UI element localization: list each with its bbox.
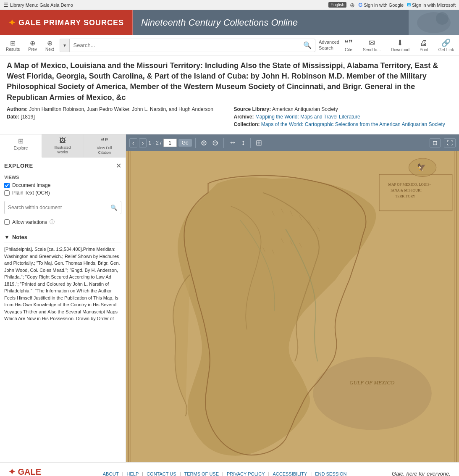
footer-help-link[interactable]: HELP [127, 471, 139, 476]
document-image-checkbox[interactable]: Document Image [4, 182, 121, 188]
illustrated-tab-label: IllustratedWorks [54, 145, 71, 155]
library-name: Library Menu: Gale Asia Demo [10, 3, 73, 8]
print-button[interactable]: 🖨 Print [418, 39, 430, 52]
fit-height-button[interactable]: ↕ [240, 138, 247, 147]
prev-button[interactable]: ⊕ Prev [26, 38, 39, 53]
map-canvas: GULF OF MEXICO MAP OF MEXICO, LOUIS- IAN… [126, 151, 459, 462]
explore-tab-label: Explore [13, 146, 28, 150]
collection-title: Nineteenth Century Collections Online [133, 10, 409, 35]
brand-image [409, 10, 459, 35]
sign-in-google-button[interactable]: G Sign in with Google [358, 2, 404, 8]
explore-tab-icon: ⊞ [18, 137, 24, 145]
tab-explore[interactable]: ⊞ Explore [0, 134, 42, 158]
page-input[interactable] [163, 139, 177, 147]
footer-privacy-link[interactable]: PRIVACY POLICY [227, 471, 265, 476]
info-icon[interactable]: ⓘ [50, 218, 55, 226]
zoom-out-button[interactable]: ⊖ [210, 138, 220, 147]
fit-width-icon: ↔ [229, 138, 236, 147]
explore-close-button[interactable]: ✕ [116, 162, 121, 170]
search-within-input[interactable] [5, 205, 107, 210]
zoom-in-button[interactable]: ⊕ [199, 138, 209, 147]
tab-view-full-citation[interactable]: ❝❞ View FullCitation [84, 134, 126, 158]
go-button[interactable]: Go [178, 139, 192, 147]
brand-bar: ✦ GALE PRIMARY SOURCES Nineteenth Centur… [0, 10, 459, 35]
explore-tabs: ⊞ Explore 🖼 IllustratedWorks ❝❞ View Ful… [0, 134, 126, 158]
search-button[interactable]: 🔍 [300, 41, 315, 49]
search-within-button[interactable]: 🔍 [107, 205, 121, 211]
crop-button[interactable]: ⊡ [430, 138, 441, 147]
archive-link[interactable]: Mapping the World: Maps and Travel Liter… [255, 114, 360, 120]
plain-text-input[interactable] [4, 190, 10, 196]
gallery-view-button[interactable]: ⊞ [254, 138, 264, 147]
download-button[interactable]: ⬇ Download [389, 38, 411, 52]
brand-logo-text: GALE PRIMARY SOURCES [18, 18, 124, 27]
prev-label: Prev [28, 47, 37, 52]
search-dropdown[interactable]: ▾ [60, 39, 70, 52]
brand-decoration [409, 10, 459, 35]
viewer-next-button[interactable]: › [139, 138, 147, 147]
collection-link[interactable]: Maps of the World: Cartographic Selectio… [261, 121, 445, 127]
footer-accessibility-link[interactable]: ACCESSIBILITY [273, 471, 307, 476]
main-content: ⊞ Explore 🖼 IllustratedWorks ❝❞ View Ful… [0, 134, 459, 462]
next-button[interactable]: ⊕ Next [43, 38, 57, 53]
viewer-prev-button[interactable]: ‹ [129, 138, 137, 147]
zoom-in-icon: ⊕ [201, 139, 207, 147]
allow-variations-label: Allow variations [12, 219, 47, 225]
map-svg: GULF OF MEXICO MAP OF MEXICO, LOUIS- IAN… [126, 151, 459, 462]
brand-logo[interactable]: ✦ GALE PRIMARY SOURCES [0, 10, 133, 35]
archive-label: Archive: [234, 114, 254, 120]
print-label: Print [420, 47, 428, 52]
footer-end-session-link[interactable]: END SESSION [315, 471, 346, 476]
send-to-label: Send to... [363, 47, 381, 52]
fit-height-icon: ↕ [241, 138, 245, 147]
explore-panel: EXPLORE ✕ VIEWS Document Image Plain Tex… [0, 158, 126, 462]
separator-3 [250, 138, 251, 148]
send-to-button[interactable]: ✉ Send to... [361, 38, 383, 52]
prev-icon: ⊕ [30, 39, 35, 47]
footer-about-link[interactable]: ABOUT [103, 471, 119, 476]
cite-button[interactable]: ❝❞ Cite [343, 38, 354, 52]
meta-right: Source Library: American Antiquarian Soc… [234, 106, 453, 129]
notes-header[interactable]: ▼ Notes [4, 232, 121, 242]
tab-illustrated-works[interactable]: 🖼 IllustratedWorks [42, 134, 84, 158]
allow-variations-container: Allow variations ⓘ [4, 218, 121, 226]
date-value: [1819] [21, 114, 34, 120]
source-library-value: American Antiquarian Society [272, 106, 338, 112]
footer-terms-link[interactable]: TERMS OF USE [184, 471, 219, 476]
google-icon: G [358, 2, 362, 8]
fit-width-button[interactable]: ↔ [227, 138, 238, 147]
document-image-input[interactable] [4, 183, 10, 188]
views-section: VIEWS Document Image Plain Text (OCR) [4, 175, 121, 196]
spark-icon: ✦ [8, 18, 16, 28]
zoom-out-icon: ⊖ [212, 139, 218, 147]
explore-sidebar: ⊞ Explore 🖼 IllustratedWorks ❝❞ View Ful… [0, 134, 126, 462]
sign-in-google-label: Sign in with Google [364, 3, 404, 8]
document-image-label: Document Image [12, 182, 50, 188]
accessibility-icon: ⊕ [350, 2, 355, 8]
source-library-item: Source Library: American Antiquarian Soc… [234, 106, 453, 112]
top-bar-right: English ⊕ G Sign in with Google ⊞ Sign i… [328, 2, 456, 8]
microsoft-icon: ⊞ [407, 2, 411, 8]
toolbar-right: ❝❞ Cite ✉ Send to... ⬇ Download 🖨 Print … [343, 38, 456, 52]
footer: ✦ GALE A Cengage Company ABOUT | HELP | … [0, 462, 459, 476]
meta-left: Authors: John Hamilton Robinson, Juan Pe… [7, 106, 226, 129]
search-input[interactable] [70, 39, 299, 52]
archive-item: Archive: Mapping the World: Maps and Tra… [234, 114, 453, 120]
results-label: Results [6, 47, 20, 52]
footer-contact-us-link[interactable]: CONTACT US [147, 471, 176, 476]
print-icon: 🖨 [420, 39, 428, 47]
advanced-search-link[interactable]: AdvancedSearch [319, 39, 339, 50]
allow-variations-checkbox[interactable] [4, 219, 10, 225]
next-label: Next [45, 47, 54, 52]
sign-in-microsoft-button[interactable]: ⊞ Sign in with Microsoft [407, 2, 456, 8]
results-button[interactable]: ⊞ Results [3, 38, 22, 53]
search-area: ▾ 🔍 [60, 39, 315, 52]
plain-text-checkbox[interactable]: Plain Text (OCR) [4, 190, 121, 196]
viewer-image: GULF OF MEXICO MAP OF MEXICO, LOUIS- IAN… [126, 151, 459, 462]
svg-text:IANA & MISSOURI: IANA & MISSOURI [391, 188, 422, 192]
get-link-button[interactable]: 🔗 Get Link [437, 38, 456, 52]
language-button[interactable]: English [328, 2, 346, 8]
search-within-container: 🔍 [4, 201, 121, 214]
fullscreen-button[interactable]: ⛶ [444, 138, 456, 147]
date-item: Date: [1819] [7, 114, 226, 120]
